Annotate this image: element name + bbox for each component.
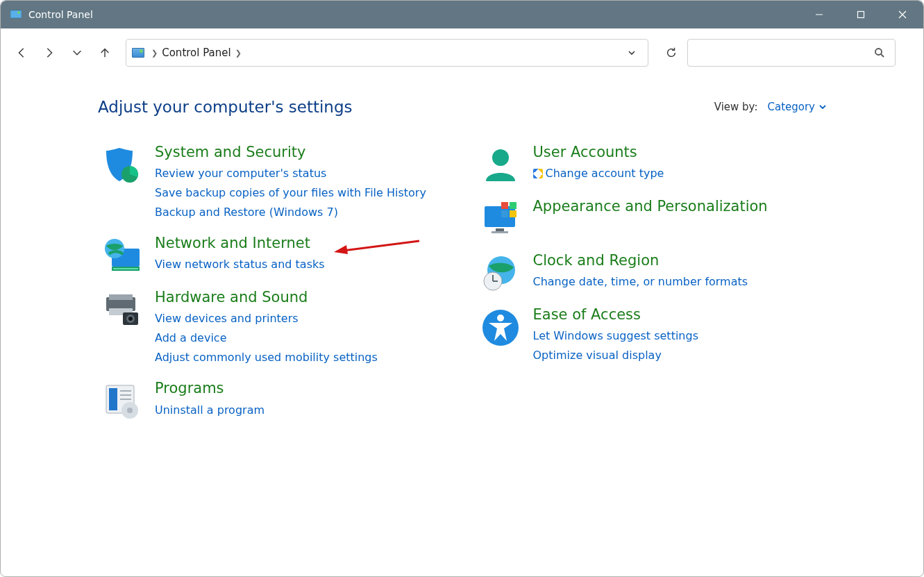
breadcrumb-separator[interactable]: ❯ <box>235 49 242 58</box>
category-link[interactable]: Let Windows suggest settings <box>533 326 827 346</box>
svg-line-7 <box>881 54 884 57</box>
monitor-apps-icon <box>476 198 525 240</box>
maximize-button[interactable] <box>840 1 882 28</box>
globe-monitor-icon <box>98 235 146 276</box>
category-column-left: System and Security Review your computer… <box>98 144 448 434</box>
category-link[interactable]: Uninstall a program <box>155 401 448 420</box>
address-dropdown-button[interactable] <box>621 48 642 58</box>
category-hardware-and-sound: Hardware and Sound View devices and prin… <box>98 289 448 367</box>
category-link[interactable]: Save backup copies of your files with Fi… <box>155 183 448 203</box>
back-button[interactable] <box>8 39 35 67</box>
user-icon <box>476 144 525 185</box>
category-programs: Programs Uninstall a program <box>98 380 448 421</box>
toolbar: ❯ Control Panel ❯ <box>1 28 923 77</box>
shield-icon <box>98 144 146 185</box>
category-title[interactable]: Hardware and Sound <box>155 289 448 306</box>
svg-point-6 <box>875 49 882 55</box>
svg-point-28 <box>492 149 509 166</box>
category-title[interactable]: User Accounts <box>533 144 827 161</box>
programs-icon <box>98 380 146 421</box>
svg-rect-35 <box>510 210 516 217</box>
category-appearance-and-personalization: Appearance and Personalization <box>476 198 827 240</box>
search-input[interactable] <box>687 39 896 67</box>
category-title[interactable]: Clock and Region <box>533 252 827 269</box>
recent-locations-button[interactable] <box>63 39 91 67</box>
printer-camera-icon <box>98 289 146 331</box>
category-link[interactable]: Optimize visual display <box>533 346 827 365</box>
breadcrumb-item[interactable]: Control Panel <box>162 47 230 59</box>
category-user-accounts: User Accounts Change account type <box>476 144 827 185</box>
svg-point-20 <box>128 317 133 321</box>
globe-clock-icon <box>476 252 525 294</box>
close-button[interactable] <box>882 1 923 28</box>
svg-point-1 <box>17 11 20 14</box>
category-title[interactable]: System and Security <box>155 144 448 161</box>
category-ease-of-access: Ease of Access Let Windows suggest setti… <box>476 306 827 365</box>
category-title[interactable]: Programs <box>155 380 448 397</box>
content-area: Adjust your computer's settings View by:… <box>1 77 923 448</box>
app-icon <box>10 9 22 20</box>
svg-rect-32 <box>501 202 508 209</box>
accessibility-icon <box>476 306 525 348</box>
category-link[interactable]: View network status and tasks <box>155 255 448 274</box>
svg-rect-30 <box>496 228 504 231</box>
breadcrumb-separator: ❯ <box>151 49 158 58</box>
viewby-value: Category <box>767 101 815 113</box>
category-clock-and-region: Clock and Region Change date, time, or n… <box>476 252 827 294</box>
page-title: Adjust your computer's settings <box>98 98 353 116</box>
viewby-dropdown[interactable]: Category <box>767 101 826 113</box>
svg-rect-22 <box>109 388 117 410</box>
category-title[interactable]: Network and Internet <box>155 235 448 252</box>
svg-rect-34 <box>501 210 508 217</box>
category-link[interactable]: Review your computer's status <box>155 164 448 183</box>
viewby-label: View by: <box>714 101 758 113</box>
svg-rect-11 <box>113 268 138 269</box>
svg-point-27 <box>127 408 133 413</box>
search-icon <box>874 47 885 58</box>
svg-point-41 <box>497 315 504 321</box>
svg-rect-0 <box>10 10 22 18</box>
category-link[interactable]: View devices and printers <box>155 309 448 328</box>
svg-rect-33 <box>510 202 516 209</box>
category-link[interactable]: Change account type <box>533 164 827 183</box>
address-bar[interactable]: ❯ Control Panel ❯ <box>126 39 648 67</box>
category-title[interactable]: Appearance and Personalization <box>533 198 827 215</box>
minimize-button[interactable] <box>798 1 840 28</box>
category-system-and-security: System and Security Review your computer… <box>98 144 448 222</box>
category-title[interactable]: Ease of Access <box>533 306 827 324</box>
category-column-right: User Accounts Change account type <box>476 144 827 434</box>
forward-button[interactable] <box>35 39 63 67</box>
titlebar: Control Panel <box>1 1 923 28</box>
svg-rect-16 <box>109 294 133 300</box>
category-link[interactable]: Backup and Restore (Windows 7) <box>155 203 448 222</box>
category-network-and-internet: Network and Internet View network status… <box>98 235 448 276</box>
window-title: Control Panel <box>28 9 93 20</box>
refresh-button[interactable] <box>655 39 687 67</box>
category-link[interactable]: Change date, time, or number formats <box>533 272 827 292</box>
category-link[interactable]: Adjust commonly used mobility settings <box>155 348 448 367</box>
svg-rect-3 <box>858 12 864 18</box>
up-button[interactable] <box>91 39 119 67</box>
svg-rect-31 <box>492 231 508 233</box>
control-panel-icon <box>132 48 144 58</box>
category-link[interactable]: Add a device <box>155 328 448 348</box>
